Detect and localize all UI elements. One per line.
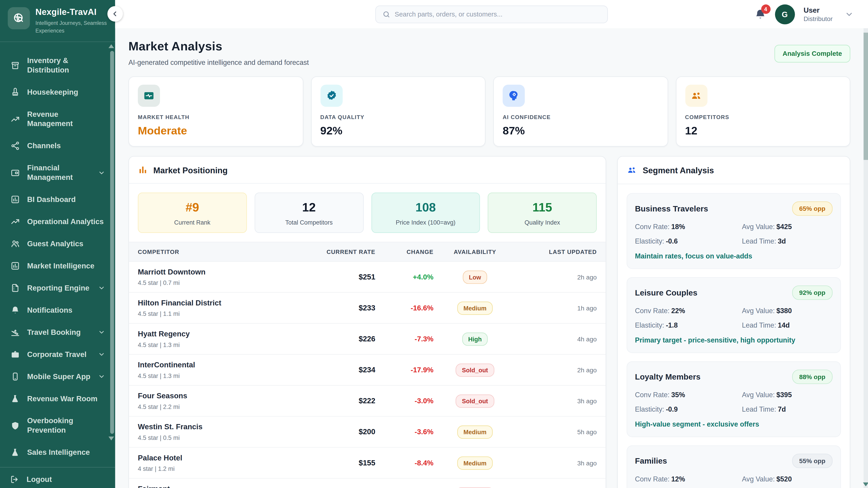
trending-up-icon [10, 114, 20, 124]
avatar[interactable]: G [775, 4, 795, 24]
avg-value-value: $425 [776, 223, 792, 231]
segment-analysis-panel: Segment Analysis Business Travelers 65% … [617, 156, 850, 488]
sidebar-item-market-intelligence[interactable]: Market Intelligence [0, 255, 115, 277]
sidebar-item-label: Inventory & Distribution [27, 56, 105, 75]
competitor-table: COMPETITOR CURRENT RATE CHANGE AVAILABIL… [129, 234, 606, 488]
sidebar-item-financial-management[interactable]: Financial Management [0, 157, 115, 189]
bar-chart-icon [10, 195, 20, 205]
file-icon [10, 283, 20, 293]
table-row[interactable]: Hyatt Regency4.5 star | 1.3 mi $226 -7.3… [129, 324, 606, 355]
sidebar-item-operational-analytics[interactable]: Operational Analytics [0, 211, 115, 233]
chevron-down-icon [98, 285, 105, 292]
sidebar-item-label: Corporate Travel [27, 350, 91, 359]
column-header: LAST UPDATED [517, 249, 597, 255]
table-row[interactable]: Marriott Downtown4.5 star | 0.7 mi $251 … [129, 262, 606, 293]
logout-button[interactable]: Logout [0, 467, 115, 488]
positioning-summary: #9 Current Rank 12 Total Competitors 108… [129, 184, 606, 234]
brand-logo [8, 7, 30, 29]
trending-up-icon [10, 217, 20, 227]
segment-card-business-travelers: Business Travelers 65% opp Conv Rate:18%… [627, 193, 841, 269]
availability-badge: Medium [457, 425, 493, 438]
competitor-name: Westin St. Francis [138, 423, 314, 431]
sidebar-collapse-button[interactable] [107, 6, 123, 22]
competitor-meta: 4.5 star | 1.3 mi [138, 341, 314, 348]
shield-icon [10, 421, 20, 431]
sidebar-item-label: Channels [27, 141, 105, 151]
search-input[interactable] [395, 10, 600, 18]
table-row[interactable]: InterContinental4.5 star | 1.3 mi $234 -… [129, 355, 606, 386]
availability-badge: Sold_out [456, 487, 494, 488]
sidebar-item-bi-dashboard[interactable]: BI Dashboard [0, 189, 115, 211]
sidebar-item-label: Operational Analytics [27, 217, 105, 227]
table-row[interactable]: Westin St. Francis4.5 star | 0.5 mi $200… [129, 417, 606, 448]
summary-card-quality-index: 115 Quality Index [488, 193, 597, 233]
market-positioning-panel: Market Positioning #9 Current Rank 12 To… [128, 156, 606, 488]
sidebar-item-channels[interactable]: Channels [0, 135, 115, 157]
sidebar-item-revenue-war-room[interactable]: Revenue War Room [0, 388, 115, 410]
elasticity-value: -1.8 [666, 322, 678, 329]
elasticity-value: -0.6 [666, 237, 678, 245]
chevron-left-icon [111, 10, 119, 18]
table-row[interactable]: Four Seasons4.5 star | 2.2 mi $222 -3.0%… [129, 386, 606, 417]
last-updated: 4h ago [517, 335, 597, 342]
avg-value-value: $395 [776, 391, 792, 399]
logout-label: Logout [27, 475, 52, 484]
avg-value-value: $520 [776, 475, 792, 483]
conv-rate-label: Conv Rate: [635, 307, 670, 315]
sidebar-item-travel-booking[interactable]: Travel Booking [0, 321, 115, 344]
stat-value: 92% [320, 125, 476, 137]
competitor-name: Four Seasons [138, 392, 314, 400]
rate-change: -8.4% [375, 459, 433, 467]
competitor-meta: 4.5 star | 2.2 mi [138, 403, 314, 410]
avg-value-value: $380 [776, 307, 792, 315]
stat-label: AI CONFIDENCE [503, 114, 658, 120]
sidebar-item-label: Overbooking Prevention [27, 416, 105, 435]
sidebar-item-housekeeping[interactable]: Housekeeping [0, 81, 115, 103]
sidebar-scrollbar-up-arrow[interactable] [108, 44, 114, 48]
sidebar-item-inventory-distribution[interactable]: Inventory & Distribution [0, 50, 115, 81]
availability-badge: Low [463, 270, 487, 284]
page-scrollbar[interactable] [864, 28, 868, 488]
sidebar-item-revenue-management[interactable]: Revenue Management [0, 103, 115, 135]
segment-note: Maintain rates, focus on value-adds [635, 252, 833, 260]
segment-name: Leisure Couples [635, 288, 698, 297]
opportunity-badge: 65% opp [792, 201, 833, 216]
sidebar-item-label: Reporting Engine [27, 283, 91, 293]
sidebar-item-reporting-engine[interactable]: Reporting Engine [0, 277, 115, 299]
notifications-button[interactable]: 4 [754, 8, 766, 20]
sidebar-scrollbar-down-arrow[interactable] [108, 436, 114, 440]
sidebar-item-label: Revenue War Room [27, 394, 105, 404]
summary-value: 12 [259, 200, 359, 215]
elasticity-label: Elasticity: [635, 237, 664, 245]
current-rate: $251 [314, 273, 375, 281]
users-icon [685, 85, 707, 107]
competitor-name: Fairmont [138, 485, 314, 488]
global-search[interactable] [375, 5, 608, 23]
competitor-meta: 4.5 star | 0.7 mi [138, 280, 314, 286]
health-monitor-icon [138, 85, 160, 107]
bar-chart-icon [10, 261, 20, 271]
sidebar-item-corporate-travel[interactable]: Corporate Travel [0, 344, 115, 365]
table-row[interactable]: Fairmont4 star | 1.1 mi $178 -3.8% Sold_… [129, 479, 606, 488]
summary-card-price-index: 108 Price Index (100=avg) [371, 193, 480, 233]
table-row[interactable]: Palace Hotel4 star | 1.2 mi $155 -8.4% M… [129, 448, 606, 479]
sidebar-item-label: Guest Analytics [27, 239, 105, 249]
user-role: Distributor [804, 15, 833, 22]
chevron-down-icon[interactable] [845, 10, 854, 19]
sidebar-item-notifications[interactable]: Notifications [0, 299, 115, 321]
page-scrollbar-down-arrow[interactable] [863, 483, 868, 486]
sidebar-item-mobile-super-app[interactable]: Mobile Super App [0, 365, 115, 388]
sidebar-item-sales-intelligence[interactable]: Sales Intelligence [0, 442, 115, 464]
conv-rate-value: 22% [671, 307, 685, 315]
segment-analysis-header: Segment Analysis [618, 157, 850, 184]
sidebar-scrollbar[interactable] [110, 51, 114, 434]
competitor-name: Hyatt Regency [138, 330, 314, 338]
opportunity-badge: 88% opp [792, 369, 833, 384]
rate-change: -3.0% [375, 397, 433, 405]
table-row[interactable]: Hilton Financial District4.5 star | 1.1 … [129, 293, 606, 324]
elasticity-value: -0.9 [666, 405, 678, 413]
page-scrollbar-thumb[interactable] [864, 33, 868, 160]
sidebar-item-overbooking-prevention[interactable]: Overbooking Prevention [0, 410, 115, 442]
sidebar-item-guest-analytics[interactable]: Guest Analytics [0, 233, 115, 255]
rate-change: +4.0% [375, 273, 433, 281]
